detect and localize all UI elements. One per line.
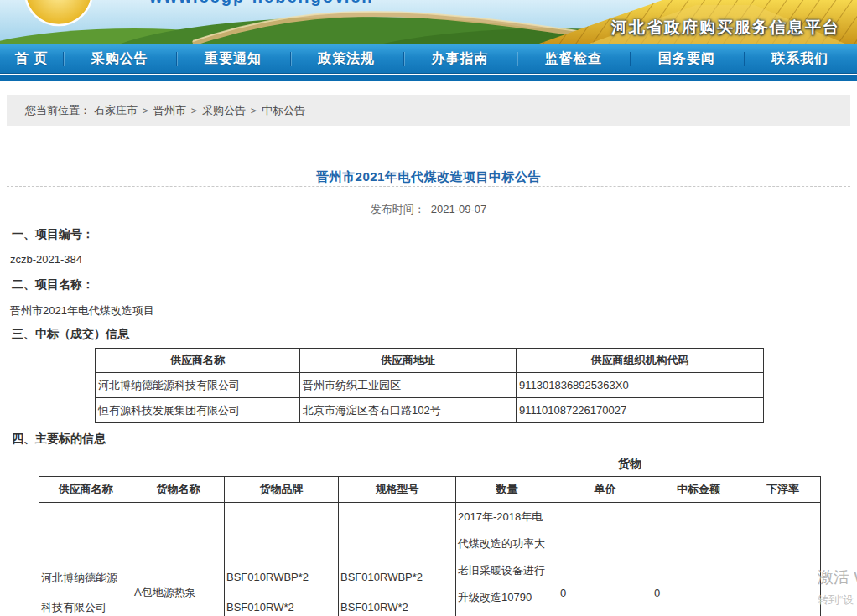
nav-item[interactable]: 办事指南	[403, 44, 517, 73]
nav-accent-strip	[0, 75, 857, 81]
breadcrumb-link[interactable]: 晋州市	[153, 104, 186, 116]
page-title: 晋州市2021年电代煤改造项目中标公告	[0, 169, 857, 185]
nav-item[interactable]: 首 页	[0, 44, 63, 73]
main-nav: 首 页采购公告重要通知政策法规办事指南监督检查国务要闻联系我们	[0, 44, 857, 74]
column-header: 数量	[456, 477, 558, 503]
column-header: 供应商组织机构代码	[517, 349, 764, 373]
nav-item[interactable]: 监督检查	[517, 44, 630, 73]
publish-time: 发布时间：2021-09-07	[0, 202, 857, 217]
publish-date: 2021-09-07	[431, 203, 487, 215]
goods-table-caption: 货物	[618, 457, 641, 472]
nav-item[interactable]: 采购公告	[63, 44, 176, 73]
cell-line: 科技有限公司	[41, 593, 132, 616]
table-cell: 河北博纳德能源科技有限公司	[39, 503, 132, 616]
table-row: 河北博纳德能源科技有限公司A包地源热泵BSF010RWBP*2BSF010RW*…	[39, 503, 821, 616]
table-cell	[745, 503, 821, 616]
column-header: 供应商地址	[300, 349, 517, 373]
column-header: 单价	[558, 477, 652, 503]
publish-label: 发布时间：	[371, 203, 425, 215]
column-header: 下浮率	[745, 477, 821, 503]
nav-item[interactable]: 国务要闻	[630, 44, 743, 73]
table-cell: 恒有源科技发展集团有限公司	[96, 398, 300, 423]
column-header: 规格型号	[339, 477, 456, 503]
column-header: 供应商名称	[96, 349, 300, 373]
site-title: 河北省政府购买服务信息平台	[611, 17, 840, 39]
section-heading-project-name: 二、项目名称：	[12, 277, 94, 292]
cell-line: BSF010RW*2	[340, 593, 455, 616]
table-cell: 晋州市纺织工业园区	[300, 373, 517, 398]
breadcrumb-separator: ＞	[140, 104, 151, 116]
breadcrumb-link[interactable]: 石家庄市	[94, 104, 138, 116]
project-number-value: zczb-2021-384	[10, 253, 82, 266]
cell-line: 代煤改造的功率大	[458, 531, 558, 557]
nav-item[interactable]: 重要通知	[176, 44, 289, 73]
cell-line: BSF010RWBP*2	[340, 562, 455, 593]
cell-line: 老旧采暖设备进行	[458, 557, 558, 584]
column-header: 货物名称	[132, 477, 225, 503]
table-header-row: 供应商名称货物名称货物品牌规格型号数量单价中标金额下浮率	[39, 477, 821, 503]
divider	[7, 186, 850, 187]
breadcrumb-items: 石家庄市＞晋州市＞采购公告＞中标公告	[94, 104, 305, 116]
table-row: 河北博纳德能源科技有限公司晋州市纺织工业园区9113018368925363X0	[96, 373, 764, 398]
table-cell: A包地源热泵	[132, 503, 225, 616]
site-url-text: www.ccgp-hebei.gov.cn	[149, 0, 374, 7]
nav-item[interactable]: 政策法规	[290, 44, 403, 73]
breadcrumb-label: 您当前位置：	[25, 104, 91, 116]
table-row: 恒有源科技发展集团有限公司北京市海淀区杏石口路102号9111010872261…	[96, 398, 764, 423]
cell-line: 9113018368925363X0	[519, 379, 763, 391]
breadcrumb-separator: ＞	[189, 104, 200, 116]
cell-line: 晋州市纺织工业园区	[303, 378, 516, 393]
table-cell: BSF010RWBP*2BSF010RW*2	[225, 503, 339, 616]
column-header: 中标金额	[652, 477, 745, 503]
column-header: 供应商名称	[39, 477, 132, 503]
breadcrumb-link[interactable]: 中标公告	[262, 104, 305, 116]
header-banner: www.ccgp-hebei.gov.cn 河北省政府购买服务信息平台	[0, 0, 857, 44]
cell-line: BSF010RW*2	[226, 593, 338, 616]
watermark-line2: 转到“设	[818, 593, 857, 608]
cell-line: A包地源热泵	[134, 585, 224, 600]
column-header: 货物品牌	[225, 477, 339, 503]
cell-line: 911101087226170027	[519, 404, 763, 417]
nav-item[interactable]: 联系我们	[744, 44, 857, 73]
cell-line: 升级改造10790	[458, 584, 558, 611]
page: www.ccgp-hebei.gov.cn 河北省政府购买服务信息平台 首 页采…	[0, 0, 857, 616]
table-cell: 9113018368925363X0	[517, 373, 764, 398]
cell-line: 户，2021年查漏补	[458, 611, 558, 616]
cell-line: 0	[654, 587, 745, 599]
project-name-value: 晋州市2021年电代煤改造项目	[10, 303, 154, 318]
cell-line: 2017年-2018年电	[458, 504, 558, 531]
table-cell: 2017年-2018年电代煤改造的功率大老旧采暖设备进行升级改造10790户，2…	[456, 503, 558, 616]
section-heading-award-info: 三、中标（成交）信息	[12, 327, 129, 342]
table-cell: BSF010RWBP*2BSF010RW*2	[339, 503, 456, 616]
section-heading-project-number: 一、项目编号：	[12, 227, 94, 242]
cell-line: 河北博纳德能源科技有限公司	[98, 378, 299, 393]
cell-line: 0	[560, 587, 652, 599]
table-cell: 北京市海淀区杏石口路102号	[300, 398, 517, 423]
table-cell: 911101087226170027	[517, 398, 764, 423]
cell-line: 北京市海淀区杏石口路102号	[303, 403, 516, 418]
table-cell: 0	[652, 503, 745, 616]
cell-line: 恒有源科技发展集团有限公司	[98, 403, 299, 418]
table-cell: 河北博纳德能源科技有限公司	[96, 373, 300, 398]
section-heading-main-goods: 四、主要标的信息	[12, 432, 106, 447]
cell-line: 河北博纳德能源	[41, 563, 132, 593]
award-info-table: 供应商名称供应商地址供应商组织机构代码 河北博纳德能源科技有限公司晋州市纺织工业…	[95, 348, 764, 423]
breadcrumb-separator: ＞	[248, 104, 259, 116]
goods-detail-table: 供应商名称货物名称货物品牌规格型号数量单价中标金额下浮率 河北博纳德能源科技有限…	[39, 476, 821, 616]
watermark-line1: 激活 W	[818, 567, 857, 588]
table-header-row: 供应商名称供应商地址供应商组织机构代码	[96, 349, 764, 373]
breadcrumb-link[interactable]: 采购公告	[202, 104, 246, 116]
table-cell: 0	[558, 503, 652, 616]
activation-watermark: 激活 W 转到“设	[818, 567, 857, 608]
cell-line: BSF010RWBP*2	[226, 562, 338, 593]
breadcrumb: 您当前位置：石家庄市＞晋州市＞采购公告＞中标公告	[7, 95, 850, 126]
